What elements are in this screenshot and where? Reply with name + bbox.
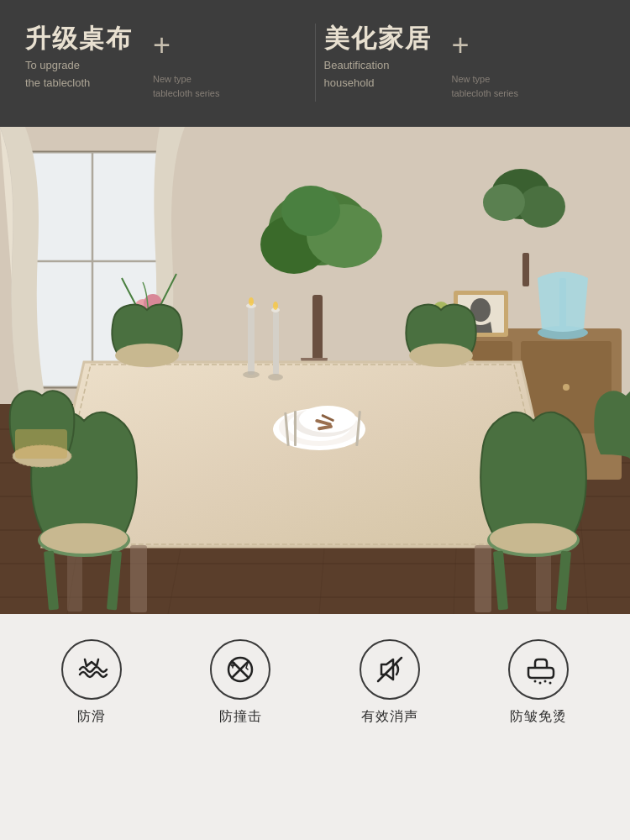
svg-point-56 bbox=[249, 297, 254, 306]
svg-point-90 bbox=[534, 680, 537, 683]
svg-point-25 bbox=[518, 186, 565, 228]
anti-slip-icon bbox=[73, 651, 110, 688]
feature-anti-impact: 防撞击 bbox=[210, 639, 270, 726]
header-banner: 升级桌布 To upgrade the tablecloth + New typ… bbox=[0, 0, 630, 127]
feature-label-anti-slip: 防滑 bbox=[77, 708, 106, 726]
product-image bbox=[0, 127, 630, 614]
wrinkle-free-icon bbox=[520, 651, 557, 688]
col1-chinese-title: 升级桌布 bbox=[25, 24, 133, 54]
svg-point-81 bbox=[115, 344, 179, 367]
wrinkle-free-icon-circle bbox=[508, 639, 569, 700]
anti-impact-icon-circle bbox=[210, 639, 270, 700]
svg-point-60 bbox=[243, 371, 260, 378]
svg-point-26 bbox=[483, 184, 525, 221]
svg-point-59 bbox=[273, 302, 278, 310]
sound-reduction-icon-circle bbox=[360, 639, 420, 700]
col1-text-group: 升级桌布 To upgrade the tablecloth bbox=[25, 24, 133, 92]
col2-chinese-title: 美化家居 bbox=[324, 24, 432, 54]
scene-svg bbox=[0, 127, 630, 614]
svg-rect-57 bbox=[273, 312, 279, 375]
svg-point-61 bbox=[268, 374, 283, 381]
svg-point-34 bbox=[563, 384, 570, 391]
anti-slip-icon-circle bbox=[61, 639, 122, 700]
svg-rect-44 bbox=[475, 545, 491, 612]
sound-reduction-icon bbox=[371, 651, 408, 688]
svg-rect-85 bbox=[15, 429, 67, 459]
svg-point-78 bbox=[490, 523, 577, 554]
col2-plus: + bbox=[452, 30, 519, 60]
header-divider bbox=[315, 24, 316, 102]
feature-label-wrinkle-free: 防皱免烫 bbox=[510, 708, 567, 726]
svg-rect-27 bbox=[522, 253, 529, 286]
col1-english-text: To upgrade the tablecloth bbox=[25, 57, 133, 92]
col2-text-group: 美化家居 Beautification household bbox=[324, 24, 432, 92]
anti-impact-icon bbox=[222, 651, 259, 688]
col1-plus: + bbox=[153, 30, 220, 60]
svg-point-74 bbox=[40, 523, 128, 554]
col1-sub-text: New type tablecloth series bbox=[153, 72, 220, 100]
header-col-1: 升级桌布 To upgrade the tablecloth + New typ… bbox=[25, 24, 307, 102]
feature-sound-reduction: 有效消声 bbox=[360, 639, 420, 726]
header-col-2: 美化家居 Beautification household + New type… bbox=[324, 24, 606, 102]
svg-point-93 bbox=[549, 682, 552, 685]
svg-point-92 bbox=[544, 680, 547, 683]
feature-label-sound-reduction: 有效消声 bbox=[361, 708, 418, 726]
svg-rect-23 bbox=[312, 295, 323, 362]
feature-label-anti-impact: 防撞击 bbox=[219, 708, 262, 726]
col2-english-text: Beautification household bbox=[324, 57, 432, 92]
feature-anti-slip: 防滑 bbox=[61, 639, 122, 726]
svg-point-82 bbox=[409, 344, 473, 367]
feature-wrinkle-free: 防皱免烫 bbox=[508, 639, 569, 726]
col2-sub-text: New type tablecloth series bbox=[452, 72, 519, 100]
features-row: 防滑 防撞击 bbox=[0, 614, 630, 751]
svg-point-91 bbox=[539, 682, 542, 685]
svg-rect-54 bbox=[248, 307, 255, 375]
svg-rect-68 bbox=[294, 411, 297, 446]
svg-rect-43 bbox=[130, 545, 147, 612]
svg-point-22 bbox=[281, 186, 340, 236]
